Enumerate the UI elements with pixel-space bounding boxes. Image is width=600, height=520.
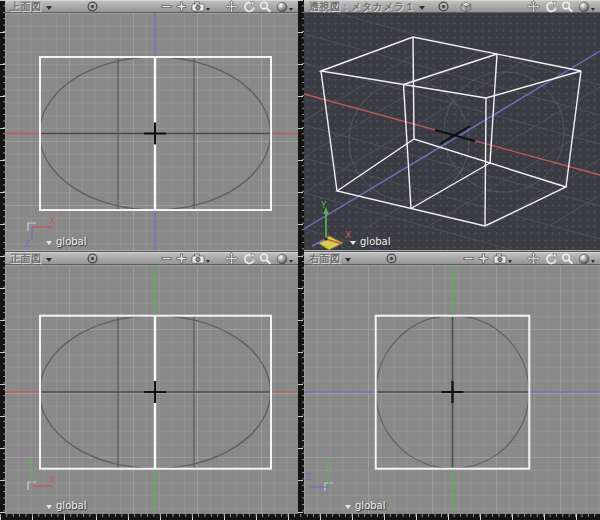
camera-button[interactable] [191, 252, 210, 265]
viewport-top: 上面図 [5, 0, 298, 250]
target-icon [385, 252, 398, 265]
ruler-vertical-left [0, 0, 5, 514]
shading-button[interactable] [276, 252, 293, 265]
global-dropdown-triangle [46, 505, 52, 509]
shading-dropdown-triangle [591, 8, 595, 11]
camera-dropdown-triangle [508, 260, 512, 263]
3d-cursor-crosshair [144, 123, 166, 145]
view-menu-triangle[interactable] [46, 6, 52, 10]
axis-gizmo: Y Z [305, 460, 333, 491]
viewport-persp-canvas[interactable]: Y X global [304, 13, 600, 250]
coordinate-mode-selector[interactable]: global [46, 500, 87, 511]
global-dropdown-triangle [46, 241, 52, 245]
axis-gizmo: Y X [27, 459, 55, 490]
rotate-view-button[interactable] [544, 252, 557, 265]
axis-gizmo: Y X [312, 200, 351, 250]
minus-icon [161, 1, 172, 12]
viewport-right-canvas[interactable]: Y Z global [304, 265, 600, 514]
center-view-button[interactable] [86, 252, 99, 265]
view-menu-triangle[interactable] [46, 258, 52, 262]
viewport-perspective: 透視図：メタカメラ１ [304, 0, 600, 250]
camera-dropdown-triangle [206, 8, 210, 11]
magnify-button[interactable] [561, 0, 574, 13]
ruler-horizontal-bottom [0, 514, 600, 520]
global-dropdown-triangle [345, 505, 351, 509]
rotate-view-button[interactable] [242, 0, 255, 13]
world-axes [5, 13, 298, 250]
viewport-title: 正面図 [10, 253, 42, 265]
viewport-front-canvas[interactable]: Y X global [5, 265, 298, 514]
magnifier-icon [561, 1, 574, 13]
rotate-icon [544, 253, 557, 265]
coordinate-mode-selector[interactable]: global [350, 236, 391, 247]
magnify-button[interactable] [259, 252, 272, 265]
magnify-button[interactable] [561, 252, 574, 265]
magnifier-icon [259, 1, 272, 13]
global-label: global [355, 500, 386, 511]
rotate-view-button[interactable] [544, 0, 557, 13]
perspective-drawing: Y X [304, 13, 600, 250]
rotate-view-button[interactable] [242, 252, 255, 265]
object-display-button[interactable] [460, 0, 472, 13]
gizmo-y-label: Y [27, 459, 34, 469]
shading-dropdown-triangle [289, 8, 293, 11]
camera-button[interactable] [191, 0, 210, 13]
viewport-top-titlebar: 上面図 [5, 0, 298, 13]
view-menu-triangle[interactable] [345, 258, 351, 262]
front-view-drawing: Y X [5, 265, 298, 514]
shading-sphere-icon [276, 253, 288, 265]
target-icon [86, 0, 99, 13]
camera-icon [191, 253, 205, 264]
pan-button[interactable] [225, 0, 238, 13]
model-wireframe [321, 37, 581, 226]
3d-cursor-crosshair [144, 381, 166, 403]
shading-sphere-icon [578, 253, 590, 265]
ruler-vertical-middle [298, 0, 304, 514]
app-window: 上面図 [0, 0, 600, 520]
zoom-out-button[interactable] [463, 252, 474, 265]
pan-arrows-icon [225, 252, 238, 265]
magnifier-icon [259, 253, 272, 265]
zoom-in-button[interactable] [176, 252, 187, 265]
magnifier-icon [561, 253, 574, 265]
plus-icon [478, 253, 489, 264]
gizmo-z-label: Z [305, 472, 311, 482]
rotate-icon [544, 1, 557, 13]
coordinate-mode-selector[interactable]: global [345, 500, 386, 511]
shading-sphere-icon [578, 1, 590, 13]
viewport-front-titlebar: 正面図 [5, 252, 298, 265]
3d-cursor-crosshair [442, 381, 464, 403]
cube-icon [460, 1, 472, 13]
coordinate-mode-selector[interactable]: global [46, 236, 87, 247]
viewport-right: 右面図 [304, 252, 600, 514]
perspective-grid [304, 13, 600, 250]
center-view-button[interactable] [385, 252, 398, 265]
gizmo-y-label: Y [320, 200, 327, 210]
shading-dropdown-triangle [289, 260, 293, 263]
zoom-in-button[interactable] [478, 252, 489, 265]
zoom-out-button[interactable] [161, 0, 172, 13]
zoom-out-button[interactable] [161, 252, 172, 265]
camera-icon [191, 1, 205, 12]
pan-button[interactable] [527, 252, 540, 265]
center-view-button[interactable] [437, 0, 450, 13]
viewport-top-canvas[interactable]: X Z global [5, 13, 298, 250]
target-icon [86, 252, 99, 265]
center-view-button[interactable] [86, 0, 99, 13]
pan-arrows-icon [527, 252, 540, 265]
pan-arrows-icon [527, 0, 540, 13]
minus-icon [161, 253, 172, 264]
shading-button[interactable] [578, 0, 595, 13]
view-menu-triangle[interactable] [419, 6, 425, 10]
gizmo-z-label: Z [24, 239, 30, 249]
viewport-title: 上面図 [10, 1, 42, 13]
target-icon [437, 0, 450, 13]
plus-icon [176, 253, 187, 264]
shading-button[interactable] [276, 0, 293, 13]
zoom-in-button[interactable] [176, 0, 187, 13]
camera-button[interactable] [493, 252, 512, 265]
pan-button[interactable] [225, 252, 238, 265]
pan-button[interactable] [527, 0, 540, 13]
magnify-button[interactable] [259, 0, 272, 13]
shading-button[interactable] [578, 252, 595, 265]
